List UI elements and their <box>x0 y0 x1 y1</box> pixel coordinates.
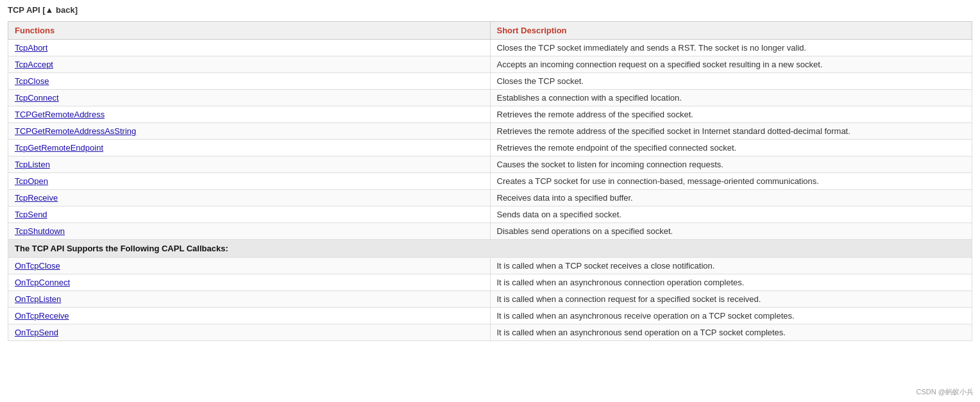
function-link[interactable]: TcpOpen <box>15 176 48 186</box>
table-row: TcpReceiveReceives data into a specified… <box>8 190 972 206</box>
function-link[interactable]: TcpAccept <box>15 60 53 69</box>
function-link[interactable]: OnTcpConnect <box>15 278 70 287</box>
function-desc-cell: Disables send operations on a specified … <box>490 223 972 240</box>
back-link[interactable]: ▲ back <box>46 5 75 15</box>
function-name-cell[interactable]: OnTcpConnect <box>8 274 491 291</box>
function-link[interactable]: OnTcpListen <box>15 294 61 304</box>
function-link[interactable]: TcpClose <box>15 76 49 86</box>
table-row: TCPGetRemoteAddressAsStringRetrieves the… <box>8 123 972 140</box>
function-desc-cell: Sends data on a specified socket. <box>490 206 972 223</box>
function-name-cell[interactable]: TCPGetRemoteAddressAsString <box>8 123 491 140</box>
col-functions-header: Functions <box>8 22 491 40</box>
function-desc-cell: It is called when an asynchronous send o… <box>490 324 972 341</box>
function-link[interactable]: TCPGetRemoteAddress <box>15 110 105 119</box>
function-name-cell[interactable]: TcpAbort <box>8 40 491 56</box>
function-desc-cell: Establishes a connection with a specifie… <box>490 90 972 106</box>
function-name-cell[interactable]: TcpSend <box>8 206 491 223</box>
table-row: OnTcpCloseIt is called when a TCP socket… <box>8 258 972 274</box>
function-desc-cell: Closes the TCP socket immediately and se… <box>490 40 972 56</box>
function-name-cell[interactable]: TCPGetRemoteAddress <box>8 106 491 123</box>
function-desc-cell: Retrieves the remote endpoint of the spe… <box>490 140 972 156</box>
function-link[interactable]: TcpGetRemoteEndpoint <box>15 143 103 153</box>
function-desc-cell: Accepts an incoming connection request o… <box>490 56 972 73</box>
table-row: OnTcpListenIt is called when a connectio… <box>8 291 972 308</box>
function-link[interactable]: TcpAbort <box>15 43 47 53</box>
function-desc-cell: It is called when an asynchronous connec… <box>490 274 972 291</box>
function-link[interactable]: OnTcpReceive <box>15 311 69 321</box>
table-row: TcpOpenCreates a TCP socket for use in c… <box>8 173 972 190</box>
table-row: TcpListenCauses the socket to listen for… <box>8 156 972 173</box>
function-desc-cell: Creates a TCP socket for use in connecti… <box>490 173 972 190</box>
function-link[interactable]: OnTcpSend <box>15 328 58 337</box>
function-name-cell[interactable]: TcpShutdown <box>8 223 491 240</box>
function-name-cell[interactable]: OnTcpReceive <box>8 308 491 324</box>
table-row: TcpCloseCloses the TCP socket. <box>8 73 972 90</box>
function-desc-cell: It is called when a TCP socket receives … <box>490 258 972 274</box>
function-name-cell[interactable]: TcpReceive <box>8 190 491 206</box>
function-desc-cell: Causes the socket to listen for incoming… <box>490 156 972 173</box>
function-name-cell[interactable]: TcpOpen <box>8 173 491 190</box>
function-name-cell[interactable]: TcpListen <box>8 156 491 173</box>
table-row: TcpShutdownDisables send operations on a… <box>8 223 972 240</box>
function-link[interactable]: TcpSend <box>15 210 47 219</box>
function-name-cell[interactable]: TcpClose <box>8 73 491 90</box>
table-row: OnTcpConnectIt is called when an asynchr… <box>8 274 972 291</box>
function-name-cell[interactable]: OnTcpSend <box>8 324 491 341</box>
table-row: OnTcpSendIt is called when an asynchrono… <box>8 324 972 341</box>
function-name-cell[interactable]: TcpAccept <box>8 56 491 73</box>
function-desc-cell: Retrieves the remote address of the spec… <box>490 123 972 140</box>
function-name-cell[interactable]: TcpGetRemoteEndpoint <box>8 140 491 156</box>
function-desc-cell: Closes the TCP socket. <box>490 73 972 90</box>
table-row: TcpAcceptAccepts an incoming connection … <box>8 56 972 73</box>
function-desc-cell: Receives data into a specified buffer. <box>490 190 972 206</box>
table-row: TcpGetRemoteEndpointRetrieves the remote… <box>8 140 972 156</box>
function-desc-cell: It is called when a connection request f… <box>490 291 972 308</box>
table-row: TcpConnectEstablishes a connection with … <box>8 90 972 106</box>
table-row: TcpAbortCloses the TCP socket immediatel… <box>8 40 972 56</box>
function-desc-cell: It is called when an asynchronous receiv… <box>490 308 972 324</box>
table-row: OnTcpReceiveIt is called when an asynchr… <box>8 308 972 324</box>
page-title: TCP API [▲ back] <box>8 5 972 15</box>
col-description-header: Short Description <box>490 22 972 40</box>
function-link[interactable]: TcpListen <box>15 160 50 169</box>
function-name-cell[interactable]: TcpConnect <box>8 90 491 106</box>
function-link[interactable]: OnTcpClose <box>15 261 60 271</box>
function-link[interactable]: TcpShutdown <box>15 226 65 236</box>
function-name-cell[interactable]: OnTcpClose <box>8 258 491 274</box>
table-row: TcpSendSends data on a specified socket. <box>8 206 972 223</box>
table-header-row: Functions Short Description <box>8 22 972 40</box>
api-table: Functions Short Description TcpAbortClos… <box>8 21 972 341</box>
function-desc-cell: Retrieves the remote address of the spec… <box>490 106 972 123</box>
function-link[interactable]: TcpReceive <box>15 193 58 203</box>
function-name-cell[interactable]: OnTcpListen <box>8 291 491 308</box>
table-row: The TCP API Supports the Following CAPL … <box>8 240 972 258</box>
section-header-cell: The TCP API Supports the Following CAPL … <box>8 240 972 258</box>
function-link[interactable]: TcpConnect <box>15 93 59 103</box>
table-row: TCPGetRemoteAddressRetrieves the remote … <box>8 106 972 123</box>
function-link[interactable]: TCPGetRemoteAddressAsString <box>15 126 136 136</box>
